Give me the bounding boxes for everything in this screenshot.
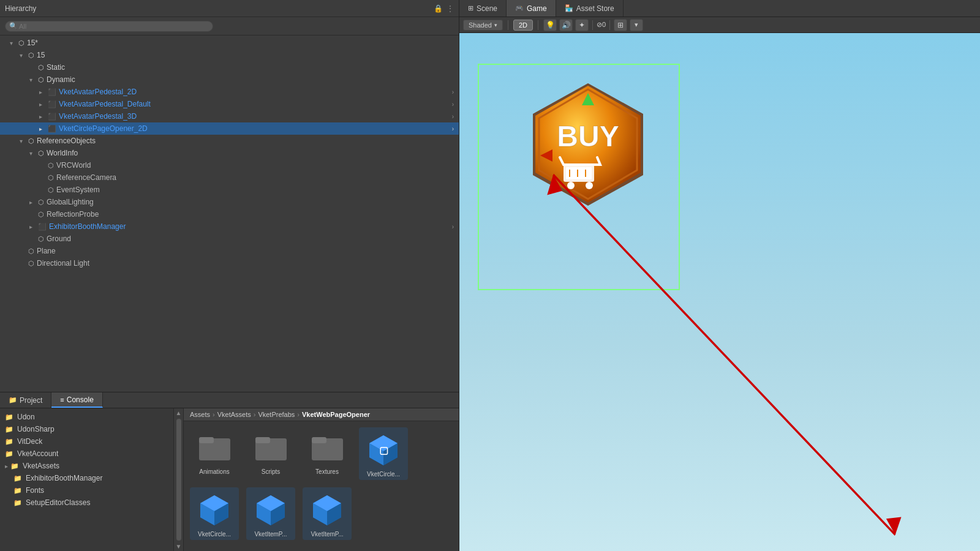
sidebar-label: VketAssets xyxy=(23,462,59,470)
tab-game[interactable]: 🎮 Game xyxy=(507,0,556,17)
assetstore-tab-icon: 🏪 xyxy=(565,4,573,12)
shading-label: Shaded xyxy=(469,21,492,29)
sidebar-item-fonts[interactable]: 📁 Fonts xyxy=(0,484,183,497)
sidebar-item-setupeditor[interactable]: 📁 SetupEditorClasses xyxy=(0,497,183,509)
svg-text:▢: ▢ xyxy=(379,445,388,455)
breadcrumb-sep: › xyxy=(213,411,215,418)
tree-item[interactable]: ▾ ⬡ Dynamic xyxy=(0,73,459,86)
file-item-vketitemp1[interactable]: VketItemP... xyxy=(246,487,295,540)
tree-item[interactable]: ▸ ⬛ VketAvatarPedestal_2D › xyxy=(0,86,459,98)
file-label: VketItemP... xyxy=(254,531,287,538)
breadcrumb-assets[interactable]: Assets xyxy=(190,411,210,418)
tree-item[interactable]: ▸ ⬡ GlobalLighting xyxy=(0,196,459,208)
cube-icon: ⬛ xyxy=(38,223,47,231)
search-input[interactable] xyxy=(5,21,213,32)
scene-viewport: BUY xyxy=(459,33,980,551)
arrow-right-icon: ▸ xyxy=(5,463,8,470)
gameobj-icon: ⬡ xyxy=(38,76,44,84)
tree-item[interactable]: ⬡ ReferenceCamera xyxy=(0,171,459,184)
sidebar-item-vketassets[interactable]: ▸ 📁 VketAssets xyxy=(0,460,183,472)
tree-item[interactable]: ▸ ⬛ ExhibitorBoothManager › xyxy=(0,220,459,233)
more-icon[interactable]: ⋮ xyxy=(447,4,454,13)
sidebar-label: VketAccount xyxy=(17,449,58,458)
file-item-vketcircle2[interactable]: VketCircle... xyxy=(190,487,239,540)
file-browser: Assets › VketAssets › VketPrefabs › Vket… xyxy=(184,408,459,551)
gameobj-icon: ⬡ xyxy=(48,186,54,194)
svg-text:BUY: BUY xyxy=(557,120,619,152)
breadcrumb-sep: › xyxy=(254,411,256,418)
sidebar-item-vitdeck[interactable]: 📁 VitDeck xyxy=(0,435,183,448)
file-item-animations[interactable]: Animations xyxy=(190,427,239,480)
tree-item-label: ReferenceCamera xyxy=(56,173,116,182)
mode-2d-button[interactable]: 2D xyxy=(513,20,533,31)
effects-btn[interactable]: ✦ xyxy=(575,19,589,31)
arrow-right-icon: ▸ xyxy=(39,101,48,108)
tree-item-label: Static xyxy=(47,63,65,72)
svg-rect-5 xyxy=(312,437,326,443)
cube-icon: ⬛ xyxy=(48,113,56,121)
scrollbar-down-icon[interactable]: ▼ xyxy=(176,543,182,550)
file-label: VketCircle... xyxy=(367,471,400,478)
file-item-textures[interactable]: Textures xyxy=(303,427,352,480)
arrow-down-icon: ▾ xyxy=(20,138,28,144)
hierarchy-title: Hierarchy xyxy=(5,4,430,13)
tree-item[interactable]: ⬡ ReflectionProbe xyxy=(0,208,459,220)
svg-rect-3 xyxy=(255,437,270,443)
tab-assetstore[interactable]: 🏪 Asset Store xyxy=(556,0,624,17)
breadcrumb-vketprefabs[interactable]: VketPrefabs xyxy=(258,411,295,418)
arrow-down-icon: ▾ xyxy=(20,52,28,59)
scene-toolbar: Shaded ▾ 2D 💡 🔊 ✦ ⊘0 ⊞ ▾ xyxy=(459,17,980,33)
lock-icon[interactable]: 🔒 xyxy=(434,4,443,13)
tree-item[interactable]: ⬡ Plane xyxy=(0,245,459,257)
file-label: VketItemP... xyxy=(311,531,343,538)
sidebar-item-vketaccount[interactable]: 📁 VketAccount xyxy=(0,448,183,460)
tree-item[interactable]: ▾ ⬡ WorldInfo xyxy=(0,147,459,159)
chevron-right-icon: › xyxy=(452,113,454,120)
sidebar-label: Fonts xyxy=(26,486,44,495)
tree-item-label: VketAvatarPedestal_2D xyxy=(59,88,452,96)
sidebar-item-udonsharp[interactable]: 📁 UdonSharp xyxy=(0,423,183,435)
tree-item-label: 15* xyxy=(27,39,38,47)
game-tab-label: Game xyxy=(527,4,547,13)
tree-item[interactable]: ▸ ⬛ VketAvatarPedestal_Default › xyxy=(0,98,459,110)
light-btn[interactable]: 💡 xyxy=(543,19,557,31)
arrow-right-icon: ▸ xyxy=(39,89,48,96)
tree-item[interactable]: ⬡ Directional Light xyxy=(0,257,459,269)
layers-btn[interactable]: ⊞ xyxy=(614,19,627,31)
tree-item[interactable]: ▾ ⬡ ReferenceObjects xyxy=(0,135,459,147)
tree-item[interactable]: ▾ ⬡ 15* xyxy=(0,37,459,49)
tree-item-label: ReferenceObjects xyxy=(37,137,96,145)
sidebar-label: Udon xyxy=(17,413,35,421)
tab-console-label: Console xyxy=(67,395,94,404)
file-grid: Animations Scripts xyxy=(184,421,459,546)
bottom-tabs: 📁 Project ≡ Console xyxy=(0,392,459,408)
audio-btn[interactable]: 🔊 xyxy=(559,19,573,31)
cube-icon: ⬛ xyxy=(48,100,56,108)
sidebar-item-exhibitor[interactable]: 📁 ExhibitorBoothManager xyxy=(0,472,183,484)
tree-item-label: 15 xyxy=(37,51,45,59)
file-item-vketitemp2[interactable]: VketItemP... xyxy=(303,487,352,540)
more-scene-btn[interactable]: ▾ xyxy=(630,19,643,31)
shading-dropdown[interactable]: Shaded ▾ xyxy=(463,20,503,31)
tree-item-label: EventSystem xyxy=(56,186,100,194)
breadcrumb-vketassets[interactable]: VketAssets xyxy=(217,411,251,418)
tab-project[interactable]: 📁 Project xyxy=(0,392,51,408)
tree-item-selected[interactable]: ▸ ⬛ VketCirclePageOpener_2D › xyxy=(0,122,459,135)
sidebar-item-udon[interactable]: 📁 Udon xyxy=(0,411,183,423)
sidebar-label: VitDeck xyxy=(17,437,42,446)
tree-item[interactable]: ▾ ⬡ 15 xyxy=(0,49,459,61)
tree-item[interactable]: ⬡ Ground xyxy=(0,233,459,245)
game-tab-icon: 🎮 xyxy=(515,4,524,12)
tree-item[interactable]: ⬡ VRCWorld xyxy=(0,159,459,171)
tab-scene[interactable]: ⊞ Scene xyxy=(459,0,507,17)
scrollbar-up-icon[interactable]: ▲ xyxy=(176,410,182,416)
tree-item[interactable]: ▸ ⬛ VketAvatarPedestal_3D › xyxy=(0,110,459,122)
gameobj-icon: ⬡ xyxy=(48,174,54,182)
file-item-scripts[interactable]: Scripts xyxy=(246,427,295,480)
arrow-right-icon: ▸ xyxy=(29,199,38,206)
tree-item[interactable]: ⬡ Static xyxy=(0,61,459,73)
tree-item[interactable]: ⬡ EventSystem xyxy=(0,184,459,196)
file-item-vketcircle1[interactable]: ▢ VketCircle... xyxy=(359,427,408,480)
file-label: Textures xyxy=(315,468,339,475)
tab-console[interactable]: ≡ Console xyxy=(51,392,102,408)
